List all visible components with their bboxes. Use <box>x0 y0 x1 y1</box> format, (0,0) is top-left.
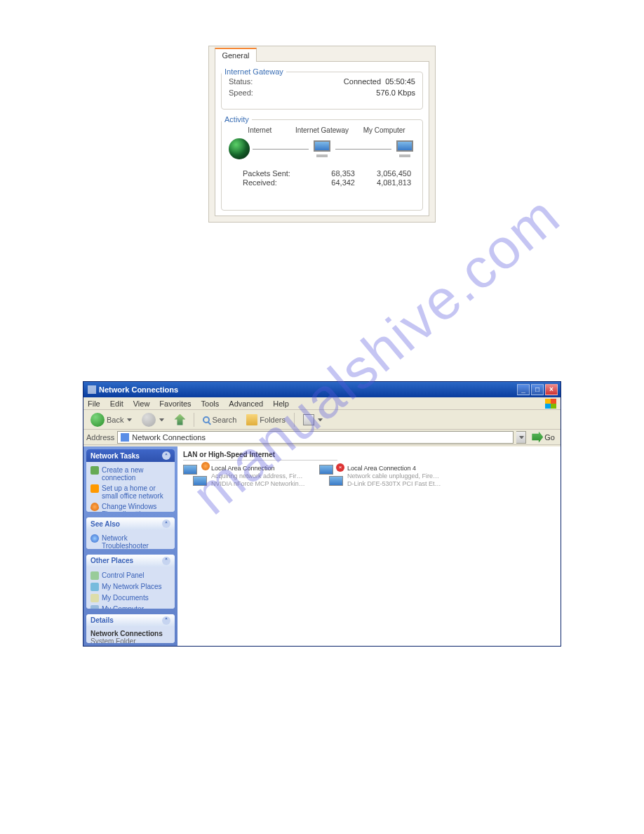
back-icon <box>90 413 105 427</box>
up-button[interactable] <box>171 413 188 427</box>
maximize-button[interactable]: □ <box>531 384 544 395</box>
category-header: LAN or High-Speed Internet <box>183 451 337 461</box>
collapse-icon[interactable]: ˄ <box>162 519 170 528</box>
sidebar-header-other-places[interactable]: Other Places ˄ <box>86 555 175 567</box>
address-input[interactable]: Network Connections <box>117 431 514 444</box>
sidebar-item-label: My Network Places <box>102 583 162 590</box>
sidebar-item-control-panel[interactable]: Control Panel <box>90 570 170 581</box>
sidebar-item-my-documents[interactable]: My Documents <box>90 593 170 604</box>
packets-sent-mycomputer: 3,056,450 <box>355 169 411 178</box>
internet-gateway-legend: Internet Gateway <box>222 67 286 76</box>
sidebar-item-firewall[interactable]: Change Windows Firewall settings <box>90 501 170 512</box>
titlebar-caption: Network Connections <box>86 385 517 394</box>
sidebar-item-my-computer[interactable]: My Computer <box>90 604 170 609</box>
forward-button[interactable] <box>139 411 167 428</box>
connection-item[interactable]: Local Area Connection Acquiring network … <box>183 465 309 488</box>
packets-received-gateway: 64,342 <box>306 178 355 187</box>
close-button[interactable]: × <box>545 384 558 395</box>
activity-legend: Activity <box>222 115 252 124</box>
toolbar: Back Search Folders <box>83 410 561 430</box>
connection-line <box>253 149 309 150</box>
menu-advanced[interactable]: Advanced <box>229 399 263 408</box>
folders-label: Folders <box>260 416 286 424</box>
menubar: File Edit View Favorites Tools Advanced … <box>83 397 561 410</box>
menu-edit[interactable]: Edit <box>110 399 123 408</box>
group-internet-gateway: Internet Gateway Status: Connected 05:50… <box>221 67 423 110</box>
warning-badge-icon <box>201 462 210 470</box>
views-button[interactable] <box>300 413 326 427</box>
activity-stats: Packets Sent: 68,353 3,056,450 Received:… <box>222 164 422 187</box>
connection-device: NVIDIA nForce MCP Networkin… <box>211 480 305 488</box>
speed-label: Speed: <box>229 88 253 97</box>
connection-icon: × <box>319 465 343 486</box>
connection-item[interactable]: × Local Area Connection 4 Network cable … <box>319 465 445 488</box>
menu-help[interactable]: Help <box>273 399 289 408</box>
connection-name: Local Area Connection <box>211 465 305 472</box>
menu-view[interactable]: View <box>133 399 150 408</box>
forward-dropdown-icon[interactable] <box>159 418 164 421</box>
address-icon <box>121 433 129 442</box>
error-badge-icon: × <box>336 463 344 472</box>
activity-node-gateway: Internet Gateway <box>294 126 350 134</box>
sidebar-item-label: Control Panel <box>102 571 145 579</box>
control-panel-icon <box>90 571 99 580</box>
back-button[interactable]: Back <box>88 411 135 428</box>
views-dropdown-icon[interactable] <box>318 418 323 421</box>
sidebar-item-create-connection[interactable]: Create a new connection <box>90 465 170 483</box>
search-button[interactable]: Search <box>200 414 239 425</box>
connection-icon <box>183 465 207 486</box>
connection-meta: Local Area Connection Acquiring network … <box>211 465 305 488</box>
status-value: Connected 05:50:45 <box>344 77 415 86</box>
connection-status: Network cable unplugged, Fire… <box>347 472 441 480</box>
toolbar-separator <box>194 413 194 427</box>
address-label: Address <box>86 433 114 442</box>
tab-general-pane: Internet Gateway Status: Connected 05:50… <box>215 61 429 216</box>
back-dropdown-icon[interactable] <box>127 418 132 421</box>
collapse-icon[interactable]: ˄ <box>162 557 170 565</box>
sidebar-header-see-also[interactable]: See Also ˄ <box>86 517 175 530</box>
sidebar-item-troubleshooter[interactable]: Network Troubleshooter <box>90 533 170 549</box>
address-dropdown-button[interactable] <box>516 431 526 444</box>
see-also-title: See Also <box>90 520 120 528</box>
forward-icon <box>142 413 156 427</box>
computer-icon <box>90 605 99 609</box>
sidebar-group-details: Details ˄ Network Connections System Fol… <box>86 614 175 643</box>
go-icon <box>532 432 543 443</box>
menu-favorites[interactable]: Favorites <box>159 399 191 408</box>
connection-line <box>335 149 391 150</box>
menu-file[interactable]: File <box>88 399 100 408</box>
sidebar-header-network-tasks[interactable]: Network Tasks ˄ <box>86 449 175 462</box>
gateway-monitor-icon <box>311 140 333 157</box>
folders-button[interactable]: Folders <box>243 413 288 427</box>
speed-value: 576.0 Kbps <box>376 88 415 97</box>
content-area: LAN or High-Speed Internet Local Area Co… <box>177 446 561 646</box>
menu-tools[interactable]: Tools <box>201 399 220 408</box>
go-label: Go <box>544 433 555 442</box>
connection-meta: Local Area Connection 4 Network cable un… <box>347 465 441 488</box>
details-name: Network Connections <box>90 630 170 637</box>
collapse-icon[interactable]: ˄ <box>162 451 170 460</box>
address-value: Network Connections <box>132 433 206 442</box>
sidebar-header-details[interactable]: Details ˄ <box>86 614 175 627</box>
help-icon <box>90 534 99 543</box>
sidebar-item-home-network[interactable]: Set up a home or small office network <box>90 483 170 501</box>
back-label: Back <box>107 416 123 424</box>
connection-status: Acquiring network address, Fir… <box>211 472 305 480</box>
new-connection-icon <box>90 466 99 475</box>
sidebar-group-network-tasks: Network Tasks ˄ Create a new connection … <box>86 449 175 512</box>
tab-general[interactable]: General <box>215 48 257 62</box>
sidebar-item-label: My Documents <box>102 594 149 602</box>
details-title: Details <box>90 616 114 624</box>
go-button[interactable]: Go <box>529 432 558 443</box>
address-bar: Address Network Connections Go <box>83 430 561 445</box>
titlebar[interactable]: Network Connections _ □ × <box>83 382 561 397</box>
sidebar-item-label: Network Troubleshooter <box>102 534 170 549</box>
up-icon <box>174 414 185 425</box>
collapse-icon[interactable]: ˄ <box>162 616 170 625</box>
network-tasks-title: Network Tasks <box>90 452 140 460</box>
firewall-icon <box>90 503 99 511</box>
sidebar-item-network-places[interactable]: My Network Places <box>90 581 170 593</box>
status-dialog: General Internet Gateway Status: Connect… <box>208 46 436 223</box>
minimize-button[interactable]: _ <box>517 384 530 395</box>
packets-received-mycomputer: 4,081,813 <box>355 178 411 187</box>
